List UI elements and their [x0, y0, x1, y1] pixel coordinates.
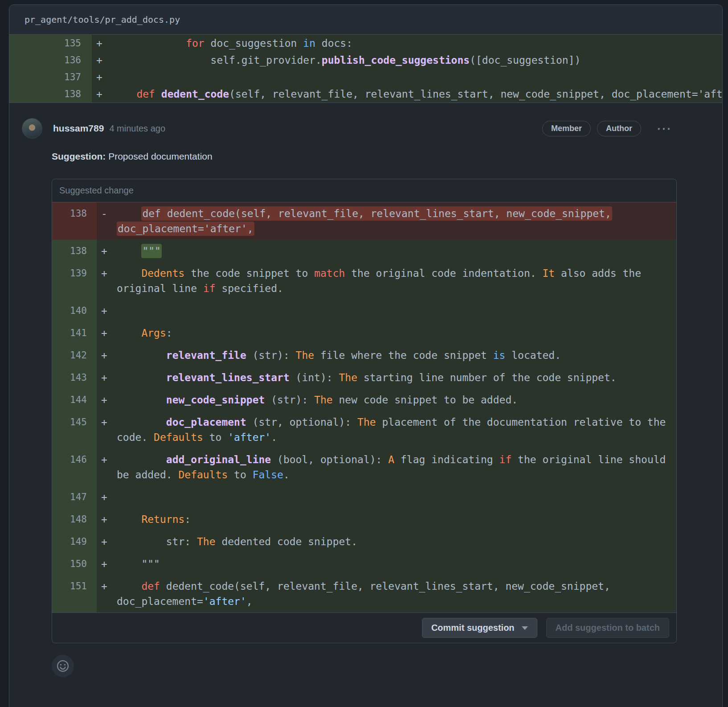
diff-marker: +	[97, 366, 117, 389]
review-comment: hussam789 4 minutes ago Member Author ⋯ …	[9, 103, 722, 695]
line-number[interactable]: 138	[9, 86, 92, 103]
code-line: def dedent_code(self, relevant_file, rel…	[112, 86, 722, 103]
diff-row-add-140: 140+	[52, 300, 676, 322]
diff-marker: +	[97, 344, 117, 366]
add-suggestion-to-batch-label: Add suggestion to batch	[556, 623, 660, 633]
code-line: relevant_lines_start (int): The starting…	[117, 366, 676, 389]
diff-row-add-145: 145+ doc_placement (str, optional): The …	[52, 411, 676, 448]
line-number: 140	[52, 300, 97, 322]
diff-row-add-136: 136+ self.git_provider.publish_code_sugg…	[9, 52, 722, 69]
diff-marker: +	[92, 69, 112, 86]
code-line: self.git_provider.publish_code_suggestio…	[112, 52, 722, 69]
kebab-menu-icon[interactable]: ⋯	[654, 123, 675, 133]
code-line: relevant_file (str): The file where the …	[117, 344, 676, 366]
code-line: Returns:	[117, 508, 676, 530]
line-number: 138	[52, 202, 97, 240]
file-path-header[interactable]: pr_agent/tools/pr_add_docs.py	[9, 5, 722, 35]
line-number[interactable]: 137	[9, 69, 92, 86]
diff-marker: +	[97, 300, 117, 322]
suggestion-diff: 138- def dedent_code(self, relevant_file…	[52, 202, 676, 612]
diff-marker: +	[97, 389, 117, 411]
author-username[interactable]: hussam789	[53, 123, 104, 134]
line-number: 142	[52, 344, 97, 366]
suggestion-actions: Commit suggestion Add suggestion to batc…	[52, 612, 676, 643]
diff-marker: -	[97, 202, 117, 240]
diff-row-add-141: 141+ Args:	[52, 322, 676, 344]
code-line: def dedent_code(self, relevant_file, rel…	[117, 575, 676, 612]
line-number: 144	[52, 389, 97, 411]
top-diff: 135+ for doc_suggestion in docs:136+ sel…	[9, 35, 722, 103]
suggested-change-box: Suggested change 138- def dedent_code(se…	[52, 179, 677, 643]
diff-marker: +	[97, 553, 117, 575]
review-thread-card: pr_agent/tools/pr_add_docs.py 135+ for d…	[9, 4, 723, 707]
diff-row-add-144: 144+ new_code_snippet (str): The new cod…	[52, 389, 676, 411]
diff-marker: +	[97, 411, 117, 448]
diff-marker: +	[97, 240, 117, 262]
author-badge: Author	[597, 121, 641, 136]
code-line: doc_placement (str, optional): The place…	[117, 411, 676, 448]
member-badge: Member	[542, 121, 591, 136]
diff-marker: +	[92, 86, 112, 103]
diff-row-add-138: 138+ def dedent_code(self, relevant_file…	[9, 86, 722, 103]
reaction-row	[52, 655, 677, 695]
diff-marker: +	[92, 35, 112, 52]
diff-row-add-151: 151+ def dedent_code(self, relevant_file…	[52, 575, 676, 612]
line-number: 141	[52, 322, 97, 344]
line-number: 143	[52, 366, 97, 389]
diff-marker: +	[97, 486, 117, 508]
diff-row-add-137: 137+	[9, 69, 722, 86]
line-number: 146	[52, 448, 97, 486]
suggestion-label: Suggestion:	[52, 151, 106, 161]
line-number: 139	[52, 262, 97, 300]
diff-marker: +	[97, 322, 117, 344]
diff-row-add-146: 146+ add_original_line (bool, optional):…	[52, 448, 676, 486]
code-line	[112, 69, 722, 86]
diff-marker: +	[97, 448, 117, 486]
avatar[interactable]	[22, 118, 42, 139]
diff-row-add-149: 149+ str: The dedented code snippet.	[52, 530, 676, 553]
code-line: def dedent_code(self, relevant_file, rel…	[117, 202, 676, 240]
add-reaction-button[interactable]	[52, 655, 74, 677]
diff-row-add-150: 150+ """	[52, 553, 676, 575]
code-line	[117, 486, 676, 508]
diff-row-add-139: 139+ Dedents the code snippet to match t…	[52, 262, 676, 300]
code-line: Args:	[117, 322, 676, 344]
line-number: 145	[52, 411, 97, 448]
line-number: 149	[52, 530, 97, 553]
file-path: pr_agent/tools/pr_add_docs.py	[25, 14, 180, 25]
diff-marker: +	[97, 508, 117, 530]
code-line: for doc_suggestion in docs:	[112, 35, 722, 52]
code-line: add_original_line (bool, optional): A fl…	[117, 448, 676, 486]
suggestion-text: Proposed documentation	[106, 151, 212, 161]
comment-timestamp[interactable]: 4 minutes ago	[109, 123, 165, 134]
diff-row-add-148: 148+ Returns:	[52, 508, 676, 530]
author-line: hussam789 4 minutes ago	[53, 123, 165, 134]
line-number: 148	[52, 508, 97, 530]
line-number: 147	[52, 486, 97, 508]
line-number: 138	[52, 240, 97, 262]
commit-suggestion-button[interactable]: Commit suggestion	[422, 618, 537, 638]
diff-row-add-147: 147+	[52, 486, 676, 508]
diff-marker: +	[97, 262, 117, 300]
line-number: 150	[52, 553, 97, 575]
code-line: """	[117, 240, 676, 262]
chevron-down-icon	[522, 626, 528, 630]
line-number: 151	[52, 575, 97, 612]
comment-body-text: Suggestion: Proposed documentation	[52, 151, 677, 162]
comment-header: hussam789 4 minutes ago Member Author ⋯	[9, 118, 722, 139]
diff-row-add-143: 143+ relevant_lines_start (int): The sta…	[52, 366, 676, 389]
commit-suggestion-label: Commit suggestion	[431, 623, 515, 633]
diff-row-add-135: 135+ for doc_suggestion in docs:	[9, 35, 722, 52]
line-number[interactable]: 136	[9, 52, 92, 69]
diff-row-add-142: 142+ relevant_file (str): The file where…	[52, 344, 676, 366]
smiley-icon	[57, 660, 69, 672]
diff-marker: +	[97, 575, 117, 612]
code-line: new_code_snippet (str): The new code sni…	[117, 389, 676, 411]
diff-row-del-138: 138- def dedent_code(self, relevant_file…	[52, 202, 676, 240]
code-line	[117, 300, 676, 322]
line-number[interactable]: 135	[9, 35, 92, 52]
code-line: str: The dedented code snippet.	[117, 530, 676, 553]
suggested-change-header: Suggested change	[52, 179, 676, 202]
add-suggestion-to-batch-button[interactable]: Add suggestion to batch	[546, 618, 669, 638]
diff-marker: +	[92, 52, 112, 69]
